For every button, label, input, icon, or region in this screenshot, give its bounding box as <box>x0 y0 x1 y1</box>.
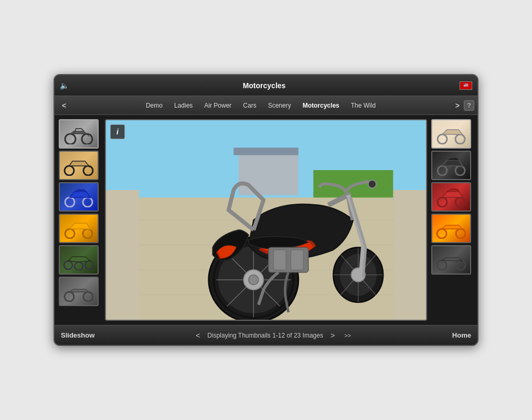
svg-point-4 <box>65 197 75 207</box>
nav-next-arrow[interactable]: > <box>451 99 464 112</box>
footer-prev-button[interactable]: < <box>194 330 202 341</box>
svg-point-45 <box>455 134 465 144</box>
svg-point-51 <box>456 229 465 238</box>
left-thumbnails <box>59 119 101 321</box>
left-thumb-5[interactable] <box>59 245 99 275</box>
svg-point-53 <box>456 260 465 270</box>
left-thumb-img-3 <box>60 183 98 211</box>
header: 🔈 Motorcycles 🇺🇸 <box>55 75 477 96</box>
svg-point-52 <box>437 260 446 270</box>
nav-item-ladies[interactable]: Ladies <box>169 100 198 111</box>
volume-icon[interactable]: 🔈 <box>60 81 69 90</box>
right-thumb-4[interactable] <box>431 214 471 243</box>
footer-bar: Slideshow < Displaying Thumbnails 1-12 o… <box>55 325 477 345</box>
nav-item-thewild[interactable]: The Wild <box>346 100 381 111</box>
svg-point-50 <box>437 229 446 238</box>
help-button[interactable]: ? <box>464 100 474 111</box>
svg-point-10 <box>85 261 93 269</box>
footer-nav: < Displaying Thumbnails 1-12 of 23 Image… <box>194 330 353 341</box>
right-thumb-1[interactable] <box>431 119 471 149</box>
right-thumb-5[interactable] <box>431 245 471 275</box>
left-thumb-img-5 <box>60 246 98 274</box>
left-thumb-3[interactable] <box>59 182 99 212</box>
svg-point-1 <box>82 134 92 144</box>
main-photo-bg <box>106 120 426 320</box>
svg-point-40 <box>368 180 376 188</box>
footer-status-text: Displaying Thumbnails 1-12 of 23 Images <box>207 332 323 339</box>
svg-point-7 <box>83 229 92 238</box>
nav-prev-arrow[interactable]: < <box>58 99 70 112</box>
left-thumb-2[interactable] <box>59 151 99 180</box>
svg-rect-43 <box>291 250 304 270</box>
nav-items: Demo Ladies Air Power Cars Scenery Motor… <box>70 100 451 111</box>
svg-point-8 <box>64 261 72 269</box>
right-thumbnails <box>431 119 473 321</box>
nav-item-cars[interactable]: Cars <box>238 100 261 111</box>
right-thumb-img-1 <box>432 120 470 148</box>
center-image: i <box>105 119 427 321</box>
nav-bar: < Demo Ladies Air Power Cars Scenery Mot… <box>55 96 477 115</box>
slideshow-button[interactable]: Slideshow <box>61 331 94 339</box>
footer-next-button[interactable]: > <box>328 330 337 341</box>
svg-point-6 <box>65 229 75 238</box>
left-thumb-img-6 <box>60 278 98 305</box>
app-title: Motorcycles <box>69 81 460 90</box>
nav-item-demo[interactable]: Demo <box>141 100 168 111</box>
left-thumb-img-4 <box>60 215 98 242</box>
svg-point-47 <box>455 166 465 175</box>
main-content: i <box>55 115 477 325</box>
home-button[interactable]: Home <box>452 331 471 339</box>
svg-point-11 <box>65 292 74 301</box>
right-thumb-img-2 <box>432 152 470 179</box>
left-thumb-1[interactable] <box>59 119 99 149</box>
nav-item-motorcycles[interactable]: Motorcycles <box>297 100 345 111</box>
svg-rect-42 <box>273 250 286 270</box>
svg-point-2 <box>65 166 74 175</box>
flag-icon[interactable]: 🇺🇸 <box>460 81 472 90</box>
right-thumb-img-3 <box>432 183 470 211</box>
svg-point-44 <box>438 134 447 144</box>
right-thumb-2[interactable] <box>431 151 471 180</box>
svg-point-32 <box>249 275 259 285</box>
svg-point-46 <box>438 166 447 175</box>
main-photo <box>106 120 426 320</box>
svg-rect-15 <box>239 150 299 195</box>
app-container: 🔈 Motorcycles 🇺🇸 < Demo Ladies Air Power… <box>54 74 478 346</box>
svg-point-3 <box>83 166 93 175</box>
right-thumb-img-4 <box>432 215 470 242</box>
svg-point-9 <box>75 262 83 270</box>
nav-item-scenery[interactable]: Scenery <box>263 100 296 111</box>
left-thumb-6[interactable] <box>59 277 99 306</box>
nav-item-airpower[interactable]: Air Power <box>199 100 237 111</box>
right-thumb-3[interactable] <box>431 182 471 212</box>
footer-fast-forward-button[interactable]: >> <box>342 331 353 340</box>
svg-point-12 <box>83 292 93 301</box>
svg-point-49 <box>455 197 465 207</box>
right-thumb-img-5 <box>432 246 470 274</box>
svg-point-0 <box>65 134 76 144</box>
info-button[interactable]: i <box>110 124 125 139</box>
svg-point-5 <box>83 197 92 207</box>
svg-rect-16 <box>233 148 299 155</box>
left-thumb-img-2 <box>60 152 98 179</box>
left-thumb-4[interactable] <box>59 214 99 243</box>
svg-point-48 <box>438 197 447 207</box>
left-thumb-img-1 <box>60 120 98 148</box>
